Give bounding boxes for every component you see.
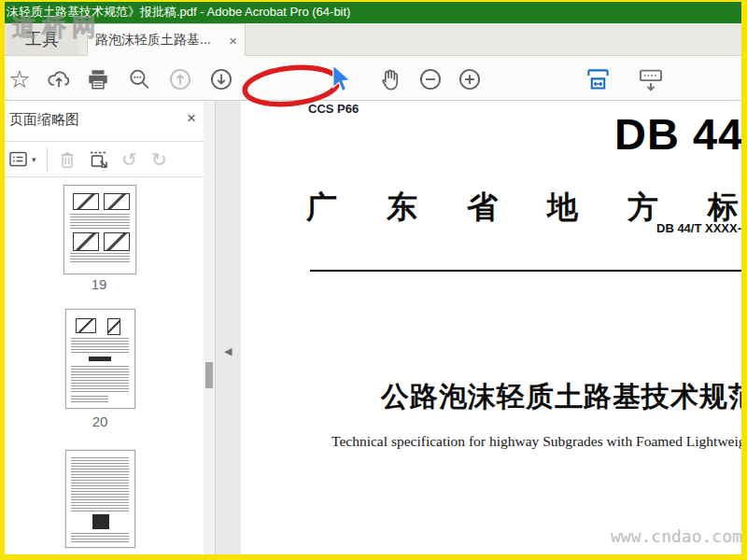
hand-tool-icon[interactable] <box>377 67 403 91</box>
window-titlebar: 沫轻质土路基技术规范》报批稿.pdf - Adobe Acrobat Pro (… <box>0 0 747 23</box>
rotate-ccw-icon[interactable]: ↺ <box>121 148 137 171</box>
tab-document-label: 路泡沫轻质土路基... <box>95 32 225 49</box>
tab-document[interactable]: 路泡沫轻质土路基... × <box>87 23 246 56</box>
share-upload-icon[interactable] <box>47 67 71 91</box>
frame-edge-right <box>741 0 747 560</box>
options-caret-icon: ▾ <box>32 155 36 164</box>
next-page-icon[interactable] <box>209 67 233 91</box>
panel-splitter[interactable]: ◀ <box>215 101 241 560</box>
thumbnails-toolbar: ▾ ↺ ↻ <box>0 142 217 177</box>
header-rule <box>310 270 747 272</box>
thumbnails-panel: 页面缩略图 × ▾ <box>0 101 217 560</box>
thumbnails-panel-header: 页面缩略图 × <box>0 101 217 142</box>
panel-scrollbar[interactable] <box>204 101 215 560</box>
red-ellipse-annotation <box>239 62 344 114</box>
print-icon[interactable] <box>86 67 110 91</box>
thumbnail-page-19[interactable] <box>63 185 136 274</box>
thumbnail-list: 19 20 21 <box>0 177 204 560</box>
main-toolbar: ☆ <box>0 56 747 101</box>
mouse-cursor-icon <box>331 64 353 97</box>
site-watermark: www.cndao.com <box>611 526 742 546</box>
frame-edge-left <box>0 0 5 560</box>
thumbnail-page-20[interactable] <box>65 309 135 409</box>
panel-close-icon[interactable]: × <box>187 109 196 128</box>
zoom-in-icon[interactable] <box>458 67 482 91</box>
db-standard-logo: DB 44 <box>614 108 743 160</box>
document-title-en: Technical specification for highway Subg… <box>331 433 747 450</box>
extract-page-icon[interactable] <box>88 148 110 171</box>
zoom-out-icon[interactable] <box>418 67 443 91</box>
document-title-cn: 公路泡沫轻质土路基技术规范 <box>381 378 747 416</box>
thumbnail-label-19: 19 <box>63 276 134 292</box>
tab-bar: 工具 路泡沫轻质土路基... × <box>0 23 747 56</box>
thumbnail-page-21[interactable] <box>65 450 135 548</box>
tab-close-icon[interactable]: × <box>229 33 237 49</box>
panel-toolbar-separator <box>47 147 48 172</box>
collapse-panel-icon[interactable]: ◀ <box>224 345 232 357</box>
frame-edge-bottom <box>0 554 747 560</box>
favorites-star-icon[interactable]: ☆ <box>7 67 32 91</box>
thumbnail-label-20: 20 <box>64 413 135 429</box>
previous-page-icon[interactable] <box>168 67 192 91</box>
document-page: CCS P66 DB 44 广东省地方标 DB 44/T XXXX- 公路泡沫轻… <box>241 101 747 560</box>
corner-watermark: 道桥网 <box>12 11 102 44</box>
app-window: 沫轻质土路基技术规范》报批稿.pdf - Adobe Acrobat Pro (… <box>0 0 747 560</box>
fit-width-icon[interactable] <box>585 67 611 91</box>
standard-number: DB 44/T XXXX- <box>656 221 741 235</box>
frame-edge-top <box>0 0 747 2</box>
delete-page-icon[interactable] <box>56 148 78 171</box>
rotate-cw-icon[interactable]: ↻ <box>151 148 167 171</box>
thumbnail-options-icon[interactable]: ▾ <box>7 148 36 171</box>
panel-scrollbar-thumb[interactable] <box>205 362 213 388</box>
panel-title: 页面缩略图 <box>9 111 79 129</box>
dock-toolbar-icon[interactable] <box>637 67 665 91</box>
search-icon[interactable] <box>127 67 151 91</box>
